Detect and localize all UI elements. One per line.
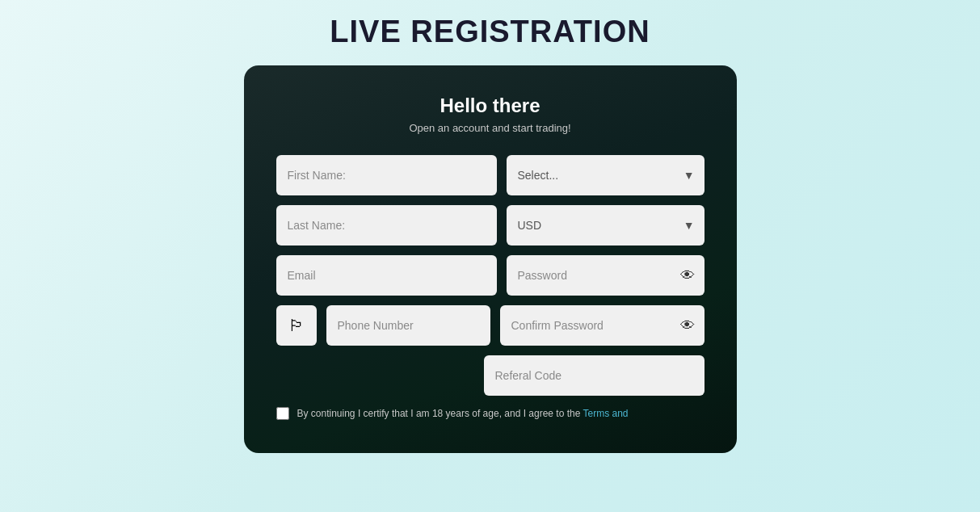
terms-link[interactable]: Terms and bbox=[583, 408, 629, 419]
row-phone-confirmpass: 🏳 👁 bbox=[276, 305, 705, 346]
row-name-country: Select... United States United Kingdom A… bbox=[276, 155, 705, 195]
terms-checkbox[interactable] bbox=[276, 407, 289, 420]
phone-flag-button[interactable]: 🏳 bbox=[276, 305, 317, 346]
terms-checkbox-row: By continuing I certify that I am 18 yea… bbox=[276, 407, 705, 420]
card-subtitle: Open an account and start trading! bbox=[276, 122, 705, 134]
confirm-password-input[interactable] bbox=[500, 305, 705, 346]
checkbox-label-text: By continuing I certify that I am 18 yea… bbox=[297, 408, 629, 419]
phone-section: 🏳 bbox=[276, 305, 490, 346]
registration-form-card: Hello there Open an account and start tr… bbox=[244, 65, 737, 453]
checkbox-label-prefix: By continuing I certify that I am 18 yea… bbox=[297, 408, 583, 419]
email-input[interactable] bbox=[276, 255, 497, 296]
country-select-wrapper: Select... United States United Kingdom A… bbox=[507, 155, 705, 195]
row-email-password: 👁 bbox=[276, 255, 705, 296]
currency-select-wrapper: USD EUR GBP AUD CAD ▼ bbox=[507, 205, 705, 246]
page-title: LIVE REGISTRATION bbox=[330, 15, 650, 49]
password-eye-icon[interactable]: 👁 bbox=[680, 267, 695, 284]
first-name-input[interactable] bbox=[276, 155, 497, 195]
password-input[interactable] bbox=[507, 255, 705, 296]
referral-code-input[interactable] bbox=[484, 355, 705, 396]
password-field-wrapper: 👁 bbox=[507, 255, 705, 296]
card-title: Hello there bbox=[276, 94, 705, 117]
row-lastname-currency: USD EUR GBP AUD CAD ▼ bbox=[276, 205, 705, 246]
currency-select[interactable]: USD EUR GBP AUD CAD bbox=[507, 205, 705, 246]
phone-number-input[interactable] bbox=[326, 305, 490, 346]
country-select[interactable]: Select... United States United Kingdom A… bbox=[507, 155, 705, 195]
confirm-password-wrapper: 👁 bbox=[500, 305, 705, 346]
spacer bbox=[276, 355, 474, 396]
confirm-password-eye-icon[interactable]: 👁 bbox=[680, 317, 695, 334]
last-name-input[interactable] bbox=[276, 205, 497, 246]
row-referral bbox=[276, 355, 705, 396]
